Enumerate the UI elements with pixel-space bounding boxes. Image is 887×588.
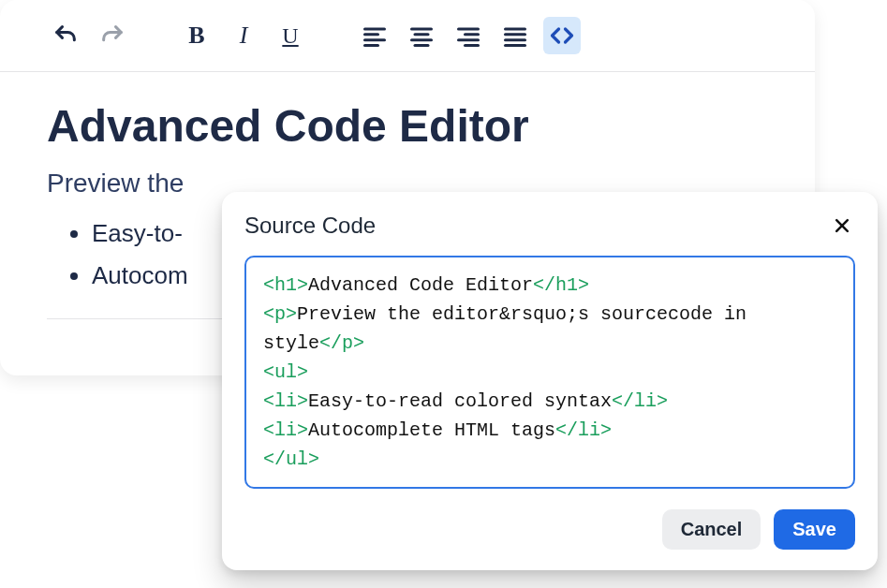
source-code-modal: Source Code <h1>Advanced Code Editor</h1… [222, 192, 878, 570]
align-left-icon [362, 22, 388, 49]
source-code-textarea[interactable]: <h1>Advanced Code Editor</h1> <p>Preview… [244, 256, 855, 489]
align-center-icon [408, 22, 435, 49]
italic-button[interactable]: I [225, 17, 262, 54]
code-text: Autocomplete HTML tags [308, 419, 555, 441]
code-tag: <h1> [263, 274, 308, 296]
close-button[interactable] [829, 213, 855, 239]
code-tag: <li> [263, 419, 308, 441]
redo-button[interactable] [94, 17, 131, 54]
modal-title: Source Code [244, 213, 376, 239]
code-tag: <li> [263, 390, 308, 412]
code-tag: </p> [319, 332, 364, 354]
source-code-button[interactable] [543, 17, 581, 54]
redo-icon [99, 22, 126, 49]
code-icon [549, 22, 575, 49]
align-left-button[interactable] [356, 17, 393, 54]
modal-footer: Cancel Save [244, 509, 855, 550]
align-right-icon [455, 22, 481, 49]
code-text: Advanced Code Editor [308, 274, 533, 296]
toolbar: B I U [0, 0, 815, 72]
editor-heading: Advanced Code Editor [47, 100, 768, 152]
code-tag: </li> [612, 390, 668, 412]
code-tag: </h1> [533, 274, 589, 296]
code-tag: <ul> [263, 361, 308, 383]
close-icon [833, 216, 851, 235]
bold-button[interactable]: B [178, 17, 215, 54]
align-right-button[interactable] [450, 17, 487, 54]
code-tag: </li> [555, 419, 612, 441]
undo-button[interactable] [47, 17, 84, 54]
undo-icon [52, 22, 79, 49]
code-text: Easy-to-read colored syntax [308, 390, 612, 412]
align-justify-icon [502, 22, 528, 49]
cancel-button[interactable]: Cancel [662, 509, 761, 550]
underline-button[interactable]: U [272, 17, 309, 54]
save-button[interactable]: Save [774, 509, 855, 550]
align-justify-button[interactable] [496, 17, 534, 54]
modal-header: Source Code [244, 213, 855, 239]
code-tag: <p> [263, 303, 297, 325]
align-center-button[interactable] [403, 17, 440, 54]
code-tag: </ul> [263, 448, 319, 470]
